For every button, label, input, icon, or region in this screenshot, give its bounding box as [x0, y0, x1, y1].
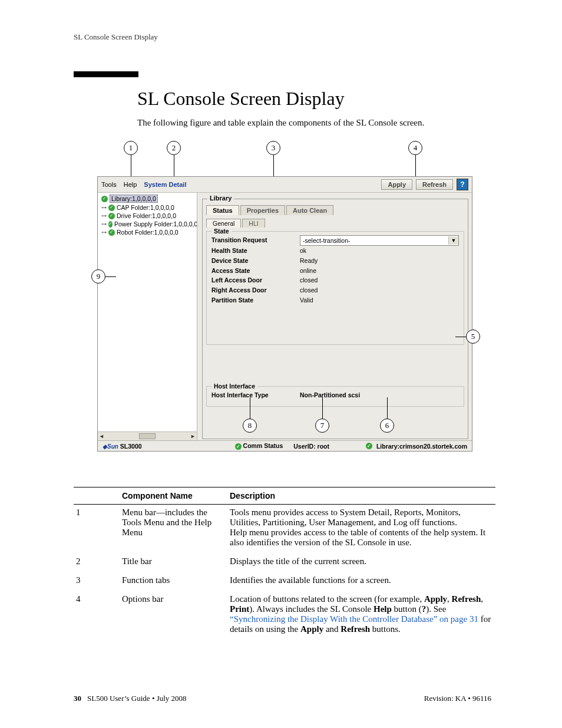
tools-menu[interactable]: Tools: [101, 181, 117, 188]
subtab-hli[interactable]: HLI: [242, 219, 265, 228]
tree-node[interactable]: ⊶✓CAP Folder:1,0,0,0,0: [100, 203, 197, 212]
running-head: SL Console Screen Display: [74, 32, 491, 42]
callout-7: 7: [315, 397, 329, 433]
tab-autoclean[interactable]: Auto Clean: [286, 205, 333, 215]
lead-paragraph: The following figure and table explain t…: [137, 118, 491, 128]
callout-6: 6: [380, 397, 394, 433]
section-rule: [74, 71, 138, 77]
panel-title: Library: [207, 195, 234, 202]
callout-9: 9: [91, 269, 116, 284]
function-tabs: Status Properties Auto Clean: [206, 205, 464, 215]
title-bar: System Detail: [144, 181, 186, 188]
tab-properties[interactable]: Properties: [240, 205, 285, 215]
apply-button[interactable]: Apply: [381, 179, 412, 190]
help-button[interactable]: ?: [457, 179, 468, 190]
subtab-general[interactable]: General: [206, 219, 241, 228]
section-title: SL Console Screen Display: [137, 88, 491, 110]
page-footer: 30SL500 User’s Guide • July 2008 Revisio…: [74, 694, 491, 703]
callout-5: 5: [455, 330, 480, 344]
annotated-figure: 1 2 3 4 Tools Help System Detail Apply R…: [97, 141, 483, 452]
menu-bar: Tools Help System Detail Apply Refresh ?: [98, 177, 472, 193]
detail-pane: Library Status Properties Auto Clean Gen…: [197, 193, 472, 440]
tree-scrollbar[interactable]: ◄►: [98, 431, 197, 440]
userid-value: root: [318, 443, 329, 450]
state-title: State: [211, 228, 232, 235]
page-number: 30: [74, 694, 81, 703]
status-bar: ◆Sun SL3000 ✓Comm Status UserID: root ✓L…: [98, 440, 472, 451]
table-row: 1 Menu bar—includes the Tools Menu and t…: [74, 505, 495, 554]
state-fieldset: State Transition Request -select-transit…: [206, 231, 464, 345]
tree-node[interactable]: ⊶✓Robot Folder:1,0,0,0,0: [100, 228, 197, 236]
callout-1: 1: [124, 141, 138, 176]
refresh-button[interactable]: Refresh: [416, 179, 453, 190]
table-row: 4 Options bar Location of buttons relate…: [74, 591, 495, 640]
chevron-down-icon[interactable]: ▼: [448, 236, 458, 245]
revision: Revision: KA • 96116: [424, 694, 491, 703]
callout-8: 8: [243, 397, 257, 433]
callout-3: 3: [266, 141, 280, 176]
callout-4: 4: [408, 141, 422, 176]
sl-console-window: Tools Help System Detail Apply Refresh ?…: [97, 176, 472, 452]
help-menu[interactable]: Help: [124, 181, 137, 188]
component-table: Component Name Description 1 Menu bar—in…: [74, 487, 495, 640]
sun-logo: ◆Sun: [103, 443, 118, 450]
xref-sync-display[interactable]: “Synchronizing the Display With the Cont…: [230, 614, 478, 624]
tree-node[interactable]: ⊶✓Power Supply Folder:1,0,0,0,0: [100, 220, 197, 228]
tree-node[interactable]: ⊶✓Drive Folder:1,0,0,0,0: [100, 212, 197, 220]
device-tree[interactable]: ✓Library:1,0,0,0,0 ⊶✓CAP Folder:1,0,0,0,…: [98, 193, 197, 440]
host-title: Host Interface: [211, 383, 257, 390]
comm-status: Comm Status: [243, 442, 283, 449]
userid-label: UserID:: [293, 443, 315, 450]
table-row: 2 Title bar Displays the title of the cu…: [74, 554, 495, 572]
doc-title: SL500 User’s Guide • July 2008: [87, 694, 187, 703]
tab-status[interactable]: Status: [206, 205, 239, 215]
table-row: 3 Function tabs Identifies the available…: [74, 572, 495, 591]
tree-node-library[interactable]: ✓Library:1,0,0,0,0: [100, 194, 197, 203]
status-ok-icon: ✓: [235, 443, 242, 450]
callout-2: 2: [167, 141, 181, 176]
status-ok-icon: ✓: [366, 443, 372, 449]
library-address: Library:crimson20.stortek.com: [376, 443, 467, 450]
product-name: SL3000: [120, 443, 142, 450]
transition-select[interactable]: -select-transition-▼: [300, 235, 459, 246]
